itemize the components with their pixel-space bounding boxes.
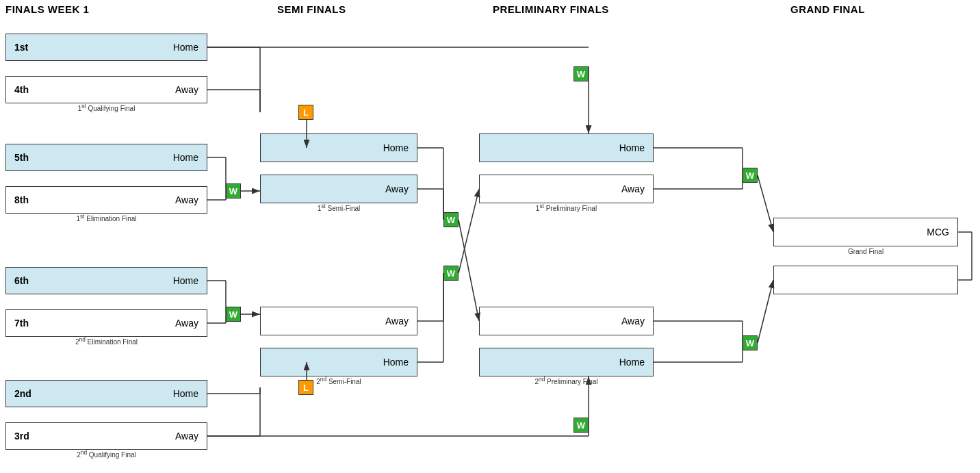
sf2-home-label: Home [383,357,409,368]
match-1st-home: 1st Home [5,34,207,61]
rank-4th: 4th [14,84,29,95]
pf2-away: Away [479,307,654,335]
label-pf2: 2nd Preliminary Final [480,376,653,385]
pf2-home-label: Home [619,357,645,368]
sf2-away: Away [260,307,417,335]
side-5th-home: Home [173,152,198,163]
header-semi-finals: SEMI FINALS [277,3,346,15]
match-6th-home: 6th Home [5,267,207,294]
pf1-home-label: Home [619,142,645,153]
rank-5th: 5th [14,152,29,163]
side-1st-home: Home [173,42,198,53]
match-5th-home: 5th Home [5,144,207,171]
pf2-home: Home 2nd Preliminary Final [479,348,654,376]
side-3rd-away: Away [175,431,198,442]
label-sf1: 1st Semi-Final [261,203,417,212]
svg-line-38 [758,175,773,232]
rank-1st: 1st [14,42,28,53]
sf1-away-label: Away [385,183,409,194]
svg-line-15 [459,220,479,321]
sf1-home-label: Home [383,142,409,153]
rank-6th: 6th [14,275,29,286]
badge-W-qual1: W [573,66,589,81]
pf2-away-label: Away [621,316,645,327]
label-elim-final-2: 2nd Elimination Final [6,336,207,346]
badge-L-sf1-top: L [298,105,313,120]
side-2nd-home: Home [173,388,198,399]
badge-L-sf2-bot: L [298,380,313,395]
sf2-home: Home 2nd Semi-Final [260,348,417,376]
pf1-home: Home [479,133,654,162]
side-8th-away: Away [175,194,198,205]
svg-line-16 [459,189,479,273]
label-sf2: 2nd Semi-Final [261,376,417,385]
sf2-away-label: Away [385,316,409,327]
match-4th-away: 4th Away 1st Qualifying Final [5,76,207,103]
match-7th-away: 7th Away 2nd Elimination Final [5,309,207,337]
sf1-home: Home [260,133,417,162]
label-gf: Grand Final [774,248,957,255]
badge-W-sf1: W [443,212,459,227]
badge-W-sf2: W [443,266,459,281]
match-8th-away: 8th Away 1st Elimination Final [5,186,207,214]
svg-line-46 [758,280,773,343]
side-6th-home: Home [173,275,198,286]
badge-W-pf1: W [743,168,758,183]
badge-W-qual2: W [573,418,589,433]
bracket-container: FINALS WEEK 1 SEMI FINALS PRELIMINARY FI… [0,0,980,473]
pf1-away-label: Away [621,183,645,194]
label-elim-final-1: 1st Elimination Final [6,213,207,222]
side-4th-away: Away [175,84,198,95]
rank-8th: 8th [14,194,29,205]
label-pf1: 1st Preliminary Final [480,203,653,212]
header-grand-final: GRAND FINAL [790,3,865,15]
sf1-away: Away 1st Semi-Final [260,175,417,203]
rank-7th: 7th [14,318,29,329]
header-finals-week1: FINALS WEEK 1 [5,3,89,15]
rank-2nd: 2nd [14,388,31,399]
side-7th-away: Away [175,318,198,329]
match-2nd-home: 2nd Home [5,380,207,407]
badge-W-elim1: W [226,183,241,199]
gf-top-label: MCG [927,227,949,238]
pf1-away: Away 1st Preliminary Final [479,175,654,203]
badge-W-elim2: W [226,307,241,322]
badge-W-pf2: W [743,335,758,350]
header-prelim-finals: PRELIMINARY FINALS [493,3,609,15]
gf-bottom [773,266,958,294]
gf-top: MCG Grand Final [773,218,958,246]
match-3rd-away: 3rd Away 2nd Qualifying Final [5,422,207,450]
rank-3rd: 3rd [14,431,29,442]
label-qualifying-final-1: 1st Qualifying Final [6,103,207,112]
label-qualifying-final-2: 2nd Qualifying Final [6,449,207,459]
